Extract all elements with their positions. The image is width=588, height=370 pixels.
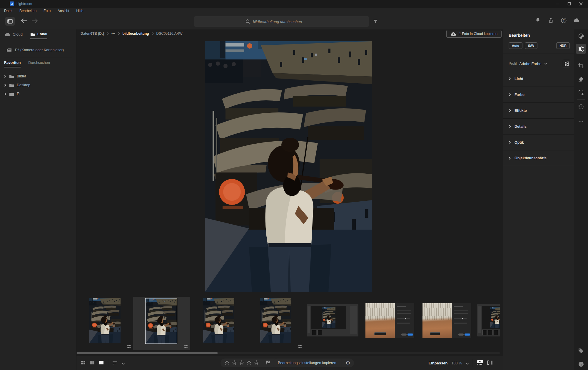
star-5[interactable]	[254, 360, 259, 366]
filmstrip-thumbnail-4[interactable]	[247, 297, 304, 350]
breadcrumb-folder[interactable]: bildbearbeitung	[123, 31, 149, 36]
filmstrip-thumbnail-2-selected[interactable]	[133, 297, 190, 350]
close-button[interactable]	[575, 0, 587, 8]
panel-toggle-button[interactable]	[5, 17, 15, 26]
menu-ansicht[interactable]: Ansicht	[58, 9, 69, 13]
info-button[interactable]	[576, 359, 586, 369]
copy-settings-options-button[interactable]: ⚙	[342, 361, 354, 366]
presets-button[interactable]	[576, 31, 586, 41]
menu-datei[interactable]: Datei	[4, 9, 12, 13]
star-3[interactable]	[239, 360, 244, 366]
zoom-fit-button[interactable]: Einpassen	[429, 361, 448, 365]
copy-settings-button[interactable]: Bearbeitungseinstellungen kopieren	[273, 361, 342, 365]
menu-bearbeiten[interactable]: Bearbeiten	[19, 9, 36, 13]
breadcrumb-collapsed[interactable]: •••	[111, 31, 115, 36]
notifications-button[interactable]	[534, 17, 541, 24]
tab-durchsuchen[interactable]: Durchsuchen	[28, 61, 50, 67]
section-farbe[interactable]: Farbe	[503, 87, 574, 102]
star-1[interactable]	[225, 360, 229, 366]
menu-foto[interactable]: Foto	[44, 9, 51, 13]
filmstrip-thumbnail-8[interactable]	[475, 297, 500, 350]
section-optik[interactable]: Optik	[503, 134, 574, 150]
chrome-right-icons: ?	[534, 17, 580, 24]
search-input[interactable]	[253, 19, 318, 24]
device-row[interactable]: F:\ (Kamera oder Kartenleser)	[6, 48, 64, 52]
folder-bilder[interactable]: Bilder	[0, 72, 76, 81]
healing-button[interactable]	[576, 74, 586, 84]
detail-view-button[interactable]	[99, 361, 104, 366]
lightroom-logo-icon: Lr	[10, 1, 14, 6]
keywords-button[interactable]	[576, 346, 586, 356]
back-button[interactable]	[21, 18, 28, 24]
section-details[interactable]: Details	[503, 118, 574, 134]
copy-to-cloud-button[interactable]: 1 Foto in Cloud kopieren	[446, 30, 502, 38]
before-after-button[interactable]	[487, 360, 493, 366]
edited-badge-icon	[184, 344, 188, 349]
edit-sliders-icon	[578, 47, 584, 52]
search-icon	[245, 19, 250, 24]
filter-button[interactable]	[372, 18, 379, 25]
help-icon: ?	[561, 18, 567, 23]
folder-desktop[interactable]: Desktop	[0, 81, 76, 89]
bw-button[interactable]: S/W	[525, 42, 537, 49]
edited-badge-icon	[298, 344, 302, 349]
chevron-down-icon[interactable]	[544, 63, 547, 65]
filmstrip-thumbnail-6[interactable]	[361, 297, 418, 350]
lightroom-window: Lr Lightroom Datei Bearbeiten Foto Ansic…	[0, 0, 588, 370]
sort-options-chevron[interactable]	[122, 361, 125, 366]
gear-icon: ⚙	[346, 361, 350, 366]
folder-tree: Bilder Desktop E:	[0, 72, 76, 98]
crop-button[interactable]	[576, 61, 586, 71]
tab-cloud[interactable]: Cloud	[5, 32, 23, 39]
folder-icon	[9, 74, 14, 78]
masking-button[interactable]	[576, 87, 586, 97]
star-2[interactable]	[232, 360, 237, 366]
breadcrumb-drive[interactable]: Daten6TB (D:)	[81, 31, 104, 36]
auto-button[interactable]: Auto	[509, 42, 522, 49]
filmstrip-thumbnail-7[interactable]	[418, 297, 475, 350]
tab-lokal[interactable]: Lokal	[30, 32, 47, 39]
profile-value-dropdown[interactable]: Adobe Farbe	[519, 62, 541, 66]
filmstrip-scrollbar[interactable]	[76, 352, 500, 354]
filmstrip-thumbnail-1[interactable]	[76, 297, 133, 350]
tab-favoriten[interactable]: Favoriten	[4, 61, 21, 67]
bell-icon	[535, 18, 540, 23]
breadcrumb-file[interactable]: DSC05116.ARW	[156, 31, 183, 36]
zoom-chevron[interactable]	[466, 361, 469, 366]
before-after-compare-icon	[487, 360, 493, 365]
search-box[interactable]	[194, 16, 369, 27]
profile-grid-icon	[564, 62, 569, 66]
sort-button[interactable]	[112, 361, 118, 366]
minimize-button[interactable]	[552, 0, 563, 8]
tab-lokal-label: Lokal	[37, 32, 47, 36]
hdr-button[interactable]: HDR	[556, 42, 570, 49]
photo-viewer[interactable]	[205, 41, 372, 292]
filmstrip-thumbnail-3[interactable]	[190, 297, 247, 350]
section-label: Optik	[514, 140, 524, 145]
history-button[interactable]	[576, 102, 586, 112]
edit-button-active[interactable]	[576, 44, 586, 54]
scrollbar-thumb[interactable]	[77, 352, 218, 354]
zoom-value[interactable]: 100 %	[452, 361, 462, 365]
section-licht[interactable]: Licht	[503, 71, 574, 87]
profile-label: Profil	[509, 62, 517, 66]
section-objektivunschaerfe[interactable]: Objektivunschärfe	[503, 150, 574, 166]
share-button[interactable]	[547, 17, 554, 24]
menu-hilfe[interactable]: Hilfe	[76, 9, 83, 13]
more-tools-button[interactable]	[576, 116, 586, 126]
filmstrip-toggle-icon	[477, 360, 483, 365]
maximize-button[interactable]	[563, 0, 575, 8]
section-effekte[interactable]: Effekte	[503, 102, 574, 118]
cloud-sync-button[interactable]	[573, 17, 580, 24]
profile-browser-button[interactable]	[563, 60, 570, 67]
thumbnail-image	[260, 298, 291, 343]
folder-e-drive[interactable]: E:	[0, 89, 76, 98]
filmstrip-toggle-button[interactable]	[477, 360, 483, 366]
flag-pick-button[interactable]	[266, 360, 270, 366]
two-up-view-button[interactable]	[90, 361, 95, 366]
star-4[interactable]	[247, 360, 251, 366]
grid-view-button[interactable]	[81, 361, 86, 366]
forward-button[interactable]	[31, 18, 38, 24]
help-button[interactable]: ?	[560, 17, 567, 24]
filmstrip-thumbnail-5[interactable]	[304, 297, 361, 350]
